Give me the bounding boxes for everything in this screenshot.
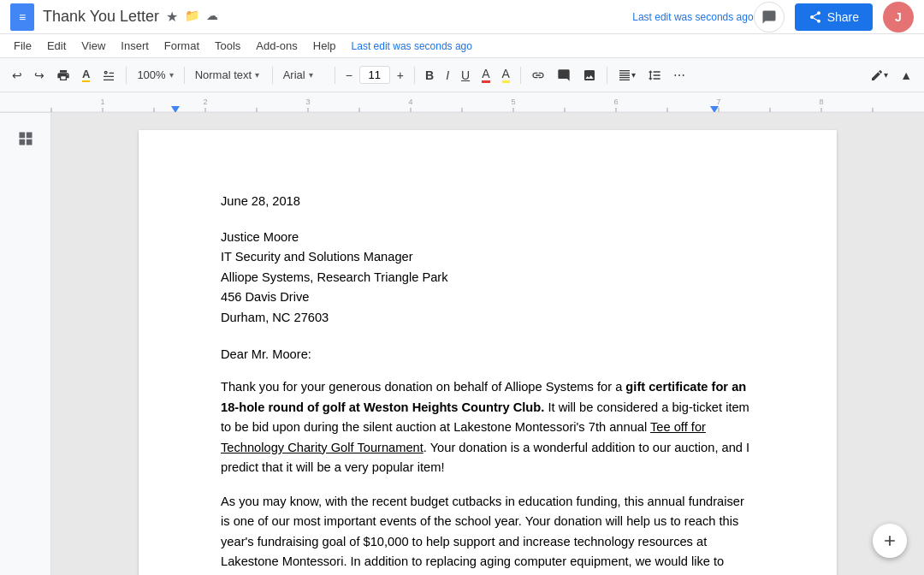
underline-button[interactable]: U: [456, 65, 475, 86]
share-label: Share: [827, 10, 859, 24]
paint-format-button[interactable]: A: [77, 64, 95, 86]
redo-button[interactable]: ↪: [29, 65, 50, 86]
title-action-icons: ★ 📁 ☁: [166, 9, 218, 25]
doc-area[interactable]: June 28, 2018 Justice Moore IT Security …: [51, 113, 924, 575]
addressee-street: 456 Davis Drive: [221, 288, 755, 307]
highlight-button[interactable]: A: [497, 63, 515, 86]
main-area: June 28, 2018 Justice Moore IT Security …: [0, 113, 924, 575]
paragraph-2: As you may know, with the recent budget …: [221, 492, 755, 575]
comments-button[interactable]: [754, 2, 785, 33]
date-text: June 28, 2018: [221, 194, 300, 208]
font-dropdown[interactable]: Arial ▾: [278, 66, 329, 84]
menu-view[interactable]: View: [74, 38, 112, 54]
menu-help[interactable]: Help: [306, 38, 343, 54]
style-arrow: ▾: [255, 70, 259, 80]
line-spacing-button[interactable]: [643, 65, 666, 86]
left-sidebar: [0, 113, 51, 575]
style-dropdown[interactable]: Normal text ▾: [190, 66, 267, 84]
menu-tools[interactable]: Tools: [208, 38, 247, 54]
font-size-input[interactable]: [359, 66, 390, 84]
print-button[interactable]: [51, 65, 75, 86]
menu-addons[interactable]: Add-ons: [249, 38, 304, 54]
link-button[interactable]: [526, 65, 550, 86]
cloud-icon[interactable]: ☁: [206, 9, 218, 25]
para2-text: As you may know, with the recent budget …: [221, 495, 744, 575]
highlight-icon: A: [502, 67, 510, 83]
fab-button[interactable]: [873, 524, 907, 558]
style-value: Normal text: [195, 68, 252, 81]
title-bar: Thank You Letter ★ 📁 ☁ Last edit was sec…: [0, 0, 924, 34]
toolbar: ↩ ↪ A 100% ▾ Normal text ▾ Arial ▾ − + B…: [0, 58, 924, 92]
sidebar-layout-icon[interactable]: [10, 123, 41, 154]
para1-start: Thank you for your generous donation on …: [221, 380, 625, 394]
addressee-city: Durham, NC 27603: [221, 308, 755, 328]
text-color-button[interactable]: A: [477, 63, 495, 86]
menu-format[interactable]: Format: [157, 38, 206, 54]
salutation: Dear Mr. Moore:: [221, 345, 755, 364]
address-block: Justice Moore IT Security and Solutions …: [221, 228, 755, 328]
font-size-minus-button[interactable]: −: [341, 65, 358, 86]
menu-bar: File Edit View Insert Format Tools Add-o…: [0, 34, 924, 58]
paragraph-1: Thank you for your generous donation on …: [221, 377, 755, 477]
pen-button[interactable]: ▾: [865, 65, 893, 86]
last-edit-label[interactable]: Last edit was seconds ago: [632, 11, 753, 23]
more-button[interactable]: ⋯: [668, 65, 690, 86]
menu-insert[interactable]: Insert: [114, 38, 156, 54]
share-button[interactable]: Share: [795, 3, 873, 31]
salutation-text: Dear Mr. Moore:: [221, 347, 311, 361]
header-right: Share J: [754, 2, 914, 33]
paint-style-button[interactable]: [97, 65, 121, 86]
undo-button[interactable]: ↩: [7, 65, 27, 86]
doc-title[interactable]: Thank You Letter: [43, 8, 159, 26]
folder-icon[interactable]: 📁: [185, 9, 199, 25]
zoom-value: 100%: [137, 68, 165, 81]
font-value: Arial: [283, 68, 305, 81]
italic-button[interactable]: I: [441, 65, 454, 86]
collapse-toolbar-button[interactable]: ▲: [895, 65, 917, 86]
last-edit-menu[interactable]: Last edit was seconds ago: [352, 40, 472, 52]
google-docs-icon: [10, 3, 34, 31]
addressee-title: IT Security and Solutions Manager: [221, 247, 755, 267]
font-arrow: ▾: [309, 70, 313, 80]
document-page: June 28, 2018 Justice Moore IT Security …: [139, 130, 837, 575]
bold-button[interactable]: B: [420, 65, 439, 86]
zoom-arrow: ▾: [169, 70, 174, 80]
addressee-name: Justice Moore: [221, 228, 755, 247]
user-avatar[interactable]: J: [883, 2, 914, 33]
ruler: [0, 92, 924, 113]
zoom-dropdown[interactable]: 100% ▾: [132, 66, 178, 84]
comment-button[interactable]: [552, 65, 576, 86]
align-button[interactable]: ▾: [613, 65, 641, 86]
star-icon[interactable]: ★: [166, 9, 178, 25]
text-color-icon: A: [482, 67, 489, 83]
menu-edit[interactable]: Edit: [40, 38, 73, 54]
addressee-company: Alliope Systems, Research Triangle Park: [221, 268, 755, 288]
font-size-plus-button[interactable]: +: [392, 65, 409, 86]
image-button[interactable]: [578, 65, 601, 86]
letter-date: June 28, 2018: [221, 192, 755, 210]
menu-file[interactable]: File: [7, 38, 38, 54]
